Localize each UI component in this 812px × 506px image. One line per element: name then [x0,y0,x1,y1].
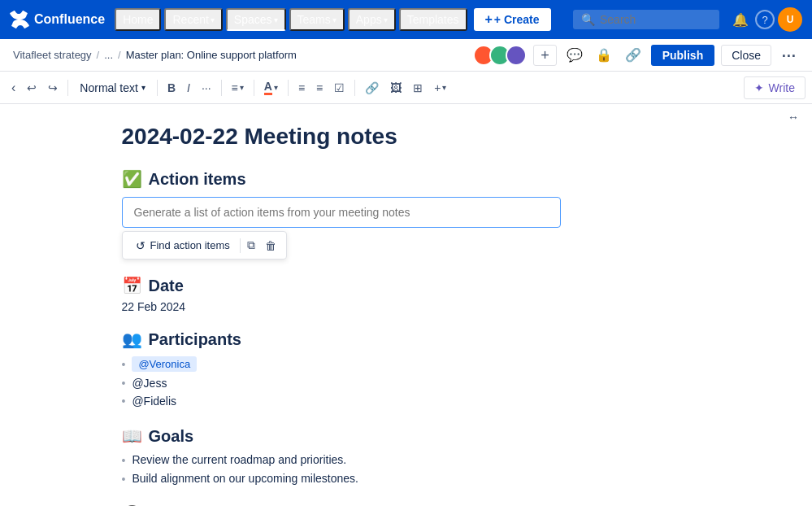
action-items-emoji: ✅ [122,169,142,189]
italic-button[interactable]: I [182,78,195,98]
search-box[interactable]: 🔍 [573,10,719,29]
comment-button[interactable]: 💬 [563,44,586,66]
avatar-3[interactable] [506,45,527,66]
avatar-group [473,45,527,66]
text-style-dropdown[interactable]: Normal text ▾ [73,78,152,98]
bullet-icon: • [122,473,126,486]
list-item: • @Veronica [122,354,691,374]
ai-action-items-input[interactable] [122,197,561,228]
comment-icon: 💬 [567,47,583,63]
more-options-button[interactable]: ⋯ [778,43,799,68]
breadcrumb-current: Master plan: Online support platform [126,49,297,61]
ordered-list-button[interactable]: ≡ [311,78,328,98]
breadcrumb-sep1: / [97,49,100,61]
spaces-chevron-icon: ▾ [274,15,278,24]
write-button[interactable]: ✦ Write [744,76,805,99]
top-nav: Confluence Home Recent ▾ Spaces ▾ Teams … [0,0,812,39]
list-item: • Review the current roadmap and priorit… [122,451,691,469]
lock-button[interactable]: 🔒 [593,44,615,66]
nav-recent[interactable]: Recent ▾ [164,8,222,31]
avatar-initials: U [787,14,794,25]
close-button[interactable]: Close [721,45,771,66]
publish-button[interactable]: Publish [651,45,715,66]
nav-apps[interactable]: Apps ▾ [348,8,396,31]
toolbar-separator-2 [157,80,158,96]
notifications-button[interactable]: 🔔 [729,9,752,31]
list-item: • Build alignment on our upcoming milest… [122,469,691,488]
recent-chevron-icon: ▾ [211,15,215,24]
link-toolbar-icon: 🔗 [365,81,379,94]
mention-veronica[interactable]: @Veronica [132,356,197,372]
nav-home[interactable]: Home [115,8,161,31]
write-sparkle-icon: ✦ [754,81,764,94]
user-avatar[interactable]: U [778,7,802,32]
confluence-logo-icon [10,10,29,29]
goal-2: Build alignment on our upcoming mileston… [132,472,358,485]
editor-content: 2024-02-22 Meeting notes ✅ Action items … [57,104,756,506]
insert-button[interactable]: + ▾ [429,78,451,98]
link-icon: 🔗 [625,47,641,63]
breadcrumb-home[interactable]: Vitafleet strategy [13,49,92,61]
date-heading: 📅 Date [122,276,691,295]
bullet-icon: • [122,395,126,408]
task-list-button[interactable]: ☑ [329,78,350,98]
editor-toolbar: ‹ ↩ ↪ Normal text ▾ B I ··· ≡ ▾ A ▾ ≡ ≡ … [0,72,812,104]
image-button[interactable]: 🖼 [385,78,406,98]
add-collaborator-button[interactable]: + [533,45,557,66]
logo[interactable]: Confluence [10,10,105,29]
table-button[interactable]: ⊞ [408,78,428,98]
list-item: • @Jess [122,374,691,392]
search-input[interactable] [600,13,697,26]
section-date: 📅 Date 22 Feb 2024 [122,276,691,313]
create-button[interactable]: + + Create [474,8,551,31]
section-action-items: ✅ Action items ↺ Find action items ⧉ 🗑 [122,169,691,260]
align-icon: ≡ [232,81,238,94]
alignment-button[interactable]: ≡ ▾ [227,78,249,98]
search-icon: 🔍 [581,13,595,26]
image-icon: 🖼 [390,81,402,94]
nav-icons-group: 🔔 ? U [729,7,802,32]
toolbar-separator-3 [221,80,222,96]
toolbar-separator-6 [354,80,355,96]
nav-teams[interactable]: Teams ▾ [289,8,345,31]
delete-ai-button[interactable]: 🗑 [262,236,280,255]
undo-button[interactable]: ↩ [22,78,41,98]
copy-ai-button[interactable]: ⧉ [244,235,258,255]
nav-templates[interactable]: Templates [399,8,467,31]
editor-area: ↔ 2024-02-22 Meeting notes ✅ Action item… [0,104,812,506]
ordered-icon: ≡ [316,81,323,94]
insert-icon: + [434,81,441,94]
date-value: 22 Feb 2024 [122,300,691,313]
date-title: Date [149,277,184,295]
bullet-icon: • [122,377,126,390]
toolbar-separator-4 [254,80,254,96]
action-items-title: Action items [149,170,246,189]
text-color-button[interactable]: A ▾ [259,76,283,98]
section-participants: 👥 Participants • @Veronica • @Jess • @Fi… [122,329,691,410]
breadcrumb-actions: + 💬 🔒 🔗 Publish Close ⋯ [473,43,799,68]
bold-button[interactable]: B [163,78,180,98]
redo-icon: ↪ [48,81,58,94]
bullet-icon: • [122,358,126,371]
participants-heading: 👥 Participants [122,329,691,349]
ai-toolbar-sep [240,238,241,253]
expand-width-button[interactable]: ↔ [788,111,799,124]
breadcrumb-ellipsis[interactable]: ... [104,49,113,61]
link-button[interactable]: 🔗 [622,44,645,66]
refresh-icon: ↺ [136,239,145,252]
help-button[interactable]: ? [755,10,775,29]
more-formatting-button[interactable]: ··· [197,78,216,98]
toolbar-separator-1 [67,80,68,96]
collapse-panel-button[interactable]: ‹ [7,77,20,98]
color-chevron-icon: ▾ [274,83,278,92]
bullet-icon: • [122,454,126,467]
list-item: • @Fidelis [122,392,691,410]
redo-button[interactable]: ↪ [43,78,63,98]
bullet-icon: ≡ [298,81,305,94]
find-action-items-button[interactable]: ↺ Find action items [129,236,237,255]
link-toolbar-button[interactable]: 🔗 [360,78,384,98]
bullet-list-button[interactable]: ≡ [293,78,310,98]
apps-chevron-icon: ▾ [384,15,388,24]
find-action-items-label: Find action items [150,239,230,251]
nav-spaces[interactable]: Spaces ▾ [226,8,286,31]
